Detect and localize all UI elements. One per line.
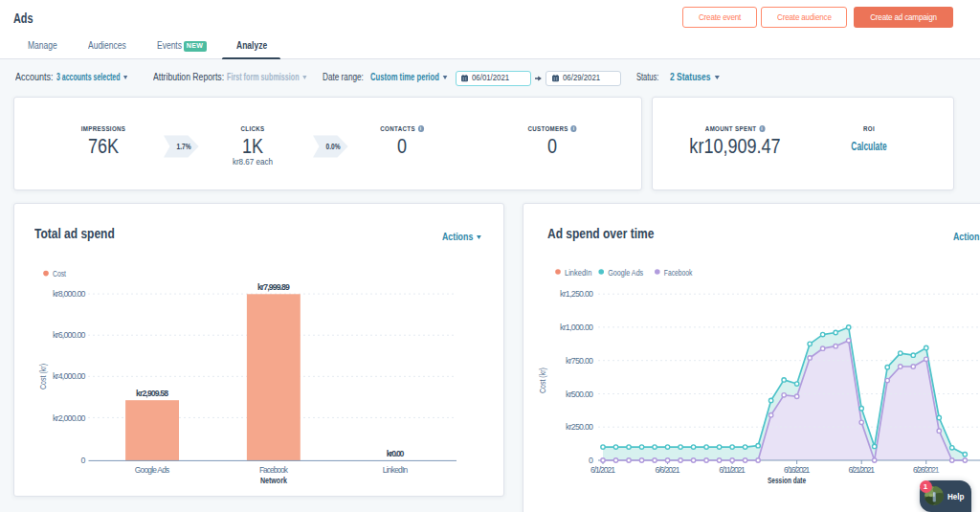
svg-text:6/6/2021: 6/6/2021 [656,465,680,475]
svg-text:kr2,000.00: kr2,000.00 [53,413,86,423]
svg-text:kr0.00: kr0.00 [387,449,405,458]
svg-text:1.7%: 1.7% [177,142,191,151]
svg-text:kr2,909.58: kr2,909.58 [136,389,168,398]
svg-text:Cost (kr): Cost (kr) [538,367,547,393]
svg-text:kr750.00: kr750.00 [566,356,593,366]
svg-text:0.0%: 0.0% [326,142,341,151]
svg-text:kr8,000.00: kr8,000.00 [53,289,86,299]
svg-text:kr500.00: kr500.00 [566,390,593,399]
svg-text:Facebook: Facebook [664,268,693,278]
svg-text:6/11/2021: 6/11/2021 [719,465,746,475]
svg-text:kr6,000.00: kr6,000.00 [53,330,86,340]
svg-text:Cost (kr): Cost (kr) [38,364,48,390]
svg-text:Facebook: Facebook [259,465,289,475]
svg-text:Network: Network [260,475,287,485]
svg-text:Cost: Cost [53,269,66,278]
svg-text:Google Ads: Google Ads [608,268,643,278]
svg-text:kr4,000.00: kr4,000.00 [53,371,86,381]
svg-text:kr1,250.00: kr1,250.00 [560,289,593,299]
svg-text:kr1,000.00: kr1,000.00 [560,323,593,332]
svg-text:6/21/2021: 6/21/2021 [848,465,875,475]
svg-text:kr7,999.89: kr7,999.89 [257,282,290,292]
svg-text:6/16/2021: 6/16/2021 [784,465,811,475]
svg-text:Session date: Session date [768,475,806,485]
svg-text:6/1/2021: 6/1/2021 [590,465,615,475]
svg-text:0: 0 [81,456,86,465]
svg-text:Google Ads: Google Ads [135,465,170,475]
svg-text:LinkedIn: LinkedIn [383,465,409,475]
svg-text:0: 0 [589,456,593,465]
svg-text:kr250.00: kr250.00 [566,422,593,432]
svg-text:LinkedIn: LinkedIn [565,268,591,278]
